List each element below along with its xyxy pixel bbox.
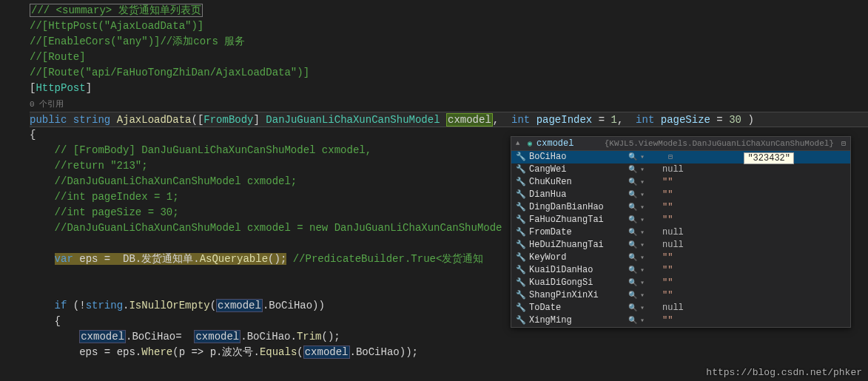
property-value: "" (662, 314, 673, 327)
inspect-icons[interactable]: 🔍▾ (628, 214, 659, 226)
wrench-icon: 🔧 (516, 252, 526, 264)
property-value: null (662, 163, 684, 176)
comment-line: //[Route] (30, 51, 86, 63)
debugger-datatip[interactable]: ▲ ◉ cxmodel {KWJL5.ViewModels.DanJuGuanL… (511, 136, 851, 328)
inspect-icons[interactable]: 🔍▾ (628, 314, 659, 327)
inspect-icons[interactable]: 🔍▾ (628, 264, 659, 277)
inspect-icons[interactable]: 🔍▾ (628, 277, 659, 289)
property-name: KeyWord (529, 252, 625, 264)
property-value: "" (662, 176, 673, 189)
variable-ref[interactable]: cxmodel (79, 330, 126, 343)
expand-icon[interactable]: ▲ (516, 140, 523, 147)
datatip-type: {KWJL5.ViewModels.DanJuGuanLiChaXunCanSh… (605, 139, 834, 148)
datatip-property-row[interactable]: 🔧BoCiHao🔍▾⊟ (511, 151, 850, 163)
property-name: CangWei (529, 163, 625, 176)
property-name: XingMing (529, 314, 625, 327)
wrench-icon: 🔧 (516, 163, 526, 176)
selected-text: var eps = DB.发货通知单.AsQueryable(); (55, 253, 287, 265)
datatip-property-row[interactable]: 🔧FromDate🔍▾null (511, 226, 850, 239)
property-name: DianHua (529, 189, 625, 201)
property-value: null (662, 239, 684, 252)
property-name: ShangPinXinXi (529, 289, 625, 302)
inspect-icons[interactable]: 🔍▾ (628, 302, 659, 314)
datatip-property-row[interactable]: 🔧KuaiDiDanHao🔍▾"" (511, 264, 850, 277)
property-value: null (662, 302, 684, 314)
datatip-property-row[interactable]: 🔧KeyWord🔍▾"" (511, 252, 850, 264)
datatip-property-row[interactable]: 🔧ChuKuRen🔍▾"" (511, 176, 850, 189)
datatip-property-row[interactable]: 🔧ShangPinXinXi🔍▾"" (511, 289, 850, 302)
property-value: "" (662, 289, 673, 302)
wrench-icon: 🔧 (516, 226, 526, 239)
wrench-icon: 🔧 (516, 239, 526, 252)
wrench-icon: 🔧 (516, 214, 526, 226)
wrench-icon: 🔧 (516, 314, 526, 327)
inspect-icons[interactable]: 🔍▾ (628, 176, 659, 189)
property-value: "" (662, 252, 673, 264)
comment-line: //[EnableCors("any")]//添加cors 服务 (30, 36, 245, 47)
inspect-icons[interactable]: 🔍▾ (628, 189, 659, 201)
references-codelens[interactable]: 0 个引用 (30, 100, 64, 109)
wrench-icon: 🔧 (516, 189, 526, 201)
method-name: AjaxLoadData (117, 114, 192, 126)
inspect-icons[interactable]: 🔍▾ (628, 289, 659, 302)
datatip-property-row[interactable]: 🔧DianHua🔍▾"" (511, 189, 850, 201)
variable-ref[interactable]: cxmodel (194, 330, 240, 343)
pin-icon[interactable]: ⊟ (841, 139, 846, 148)
wrench-icon: 🔧 (516, 302, 526, 314)
current-line[interactable]: public string AjaxLoadData([FromBody] Da… (30, 112, 868, 127)
comment-line: //[HttpPost("AjaxLoadData")] (30, 20, 203, 32)
property-value: null (662, 226, 684, 239)
inspect-icons[interactable]: 🔍▾ (628, 252, 659, 264)
pin-icon[interactable]: ⊟ (668, 151, 673, 163)
property-value: "" (662, 189, 673, 201)
wrench-icon: 🔧 (516, 264, 526, 277)
wrench-icon: 🔧 (516, 201, 526, 214)
datatip-varname: cxmodel (536, 138, 573, 149)
debugger-hover-target[interactable]: cxmodel (446, 113, 493, 127)
property-name: BoCiHao (529, 151, 625, 163)
property-name: FromDate (529, 226, 625, 239)
inspect-icons[interactable]: 🔍▾ (628, 151, 659, 163)
property-value: "" (662, 201, 673, 214)
property-name: KuaiDiGongSi (529, 277, 625, 289)
property-name: ToDate (529, 302, 625, 314)
property-name: ChuKuRen (529, 176, 625, 189)
inspect-icons[interactable]: 🔍▾ (628, 201, 659, 214)
datatip-property-row[interactable]: 🔧DingDanBianHao🔍▾"" (511, 201, 850, 214)
property-name: KuaiDiDanHao (529, 264, 625, 277)
wrench-icon: 🔧 (516, 176, 526, 189)
attribute: HttpPost (36, 82, 85, 94)
datatip-property-row[interactable]: 🔧CangWei🔍▾null (511, 163, 850, 176)
inspect-icons[interactable]: 🔍▾ (628, 226, 659, 239)
property-name: FaHuoZhuangTai (529, 214, 625, 226)
property-value: "" (662, 264, 673, 277)
datatip-header[interactable]: ▲ ◉ cxmodel {KWJL5.ViewModels.DanJuGuanL… (511, 137, 850, 151)
variable-ref[interactable]: cxmodel (303, 345, 350, 359)
watermark: https://blog.csdn.net/phker (706, 367, 862, 378)
property-name: DingDanBianHao (529, 201, 625, 214)
inspect-icons[interactable]: 🔍▾ (628, 163, 659, 176)
value-highlight-box: "323432" (744, 152, 794, 164)
datatip-property-row[interactable]: 🔧HeDuiZhuangTai🔍▾null (511, 239, 850, 252)
variable-ref[interactable]: cxmodel (216, 299, 263, 312)
wrench-icon: 🔧 (516, 289, 526, 302)
summary-comment: /// <summary> 发货通知单列表页 (30, 4, 203, 17)
wrench-icon: 🔧 (516, 277, 526, 289)
inspect-icons[interactable]: 🔍▾ (628, 239, 659, 252)
property-name: HeDuiZhuangTai (529, 239, 625, 252)
property-value: "" (662, 214, 673, 226)
comment-line: //[Route("api/FaHuoTongZhiDan/AjaxLoadDa… (30, 67, 309, 78)
property-value: "" (662, 277, 673, 289)
datatip-property-row[interactable]: 🔧ToDate🔍▾null (511, 302, 850, 314)
datatip-property-row[interactable]: 🔧XingMing🔍▾"" (511, 314, 850, 327)
datatip-property-row[interactable]: 🔧KuaiDiGongSi🔍▾"" (511, 277, 850, 289)
object-icon: ◉ (528, 139, 532, 148)
datatip-property-row[interactable]: 🔧FaHuoZhuangTai🔍▾"" (511, 214, 850, 226)
wrench-icon: 🔧 (516, 151, 526, 163)
